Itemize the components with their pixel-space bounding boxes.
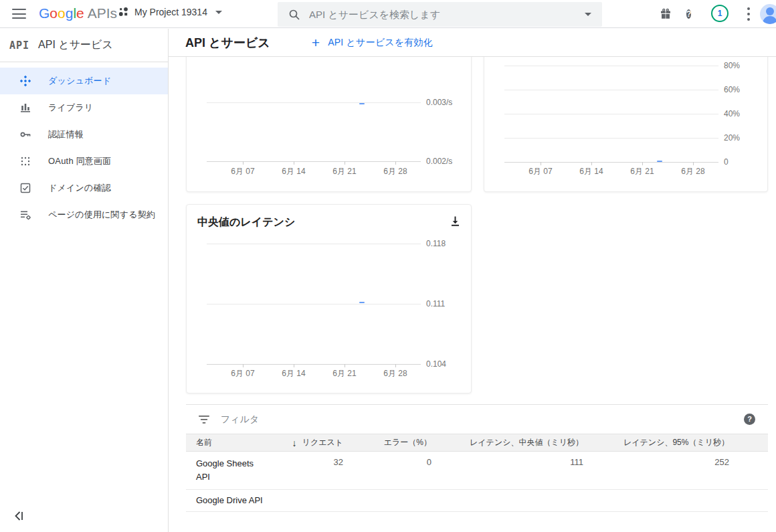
sidebar-title: API とサービス [38,38,113,52]
api-name[interactable]: Google Drive API [186,490,273,511]
gridline: 0.003/s [207,102,421,103]
api-table-section: フィルタ ? 名前 ↓ リクエスト エラー（%） レイテンシ、中央値（ミリ秒） … [186,404,768,512]
avatar-person-icon [766,7,774,15]
gift-icon[interactable] [660,8,672,22]
project-icon [118,7,129,17]
logo-suffix: APIs [88,5,117,21]
axis-tick [294,161,294,165]
errors-chart-card: 80% 60% 40% 20% 0 6月 07 6月 14 6月 21 6月 [484,57,768,192]
gridline: 60% [504,90,718,90]
logo-letter: g [66,5,74,21]
top-app-bar: Google APIs My Project 19314 [0,0,776,28]
y-axis-tick-label: 0.118 [426,239,446,248]
google-apis-logo[interactable]: Google APIs [39,5,117,21]
logo-letter: o [58,5,66,21]
help-icon[interactable]: ? [686,8,691,20]
sidebar: API API とサービス ダッシュボード ライブラリ 認証情報 OAuth [0,29,169,532]
errors-value [343,490,431,511]
axis-tick [243,161,244,165]
requests-value: 32 [273,452,343,489]
x-axis-tick-label: 6月 21 [332,166,356,177]
download-chart-icon[interactable] [449,215,461,228]
list-gear-icon [19,209,31,221]
oauth-consent-icon [19,155,31,167]
axis-tick [541,162,541,165]
more-options-icon[interactable] [743,7,755,21]
gridline: 80% [504,66,718,66]
x-axis-tick-label: 6月 21 [630,166,654,177]
x-axis-baseline: 0 [504,162,718,163]
column-header-latency-median[interactable]: レイテンシ、中央値（ミリ秒） [431,437,583,448]
sidebar-item-label: ドメインの確認 [48,182,111,194]
table-help-icon[interactable]: ? [744,414,755,425]
account-avatar[interactable] [760,4,776,24]
column-header-latency-95[interactable]: レイテンシ、95%（ミリ秒） [583,437,729,448]
sidebar-item-domain-verification[interactable]: ドメインの確認 [0,175,168,201]
filter-bar[interactable]: フィルタ ? [186,405,768,434]
sidebar-item-label: ページの使用に関する契約 [48,209,155,221]
x-axis-baseline: 0.002/s [207,161,421,162]
y-axis-tick-label: 0 [724,157,729,167]
checkbox-icon [19,182,31,194]
x-axis-tick-label: 6月 07 [231,368,254,379]
project-selector[interactable]: My Project 19314 [118,7,222,17]
chevron-down-icon [215,11,222,14]
search-dropdown-icon[interactable] [585,13,591,16]
sidebar-item-label: 認証情報 [48,128,84,141]
enable-apis-button[interactable]: + API とサービスを有効化 [312,37,433,49]
sidebar-item-oauth-consent[interactable]: OAuth 同意画面 [0,148,168,175]
menu-icon[interactable] [12,9,26,19]
axis-tick [693,162,694,165]
notifications-badge[interactable]: 1 [711,5,729,22]
logo-letter: e [76,5,84,21]
sidebar-header: API API とサービス [0,29,168,62]
sidebar-item-page-usage-agreements[interactable]: ページの使用に関する契約 [0,201,168,228]
data-point-dash [359,103,365,104]
search-bar[interactable] [278,2,602,27]
column-header-name[interactable]: 名前 [186,437,273,448]
y-axis-tick-label: 0.003/s [426,98,452,107]
dashboard-icon [19,75,31,87]
project-name: My Project 19314 [134,7,207,17]
api-product-icon: API [9,39,29,52]
sidebar-item-credentials[interactable]: 認証情報 [0,121,168,148]
sidebar-item-dashboard[interactable]: ダッシュボード [0,68,168,94]
x-axis-tick-label: 6月 28 [383,368,407,379]
collapse-sidebar-icon[interactable] [14,511,24,523]
y-axis-tick-label: 20% [724,133,740,143]
axis-tick [345,161,345,165]
api-name[interactable]: Google Sheets API [186,452,273,489]
column-header-errors[interactable]: エラー（%） [343,437,431,448]
y-axis-tick-label: 0.002/s [426,157,452,166]
sidebar-item-label: OAuth 同意画面 [48,155,111,167]
gridline: 0.111 [207,304,421,304]
table-row[interactable]: Google Sheets API 32 0 111 252 [186,452,768,490]
table-row[interactable]: Google Drive API [186,490,768,512]
search-input[interactable] [300,2,577,27]
library-icon [19,102,31,114]
sidebar-item-label: ダッシュボード [48,75,111,87]
x-axis-tick-label: 6月 28 [681,166,704,177]
axis-tick [243,364,244,367]
filter-icon [198,414,210,426]
column-header-requests[interactable]: ↓ リクエスト [273,437,343,448]
x-axis-tick-label: 6月 07 [231,166,254,177]
plus-icon: + [312,37,320,49]
x-axis-tick-label: 6月 14 [579,166,603,177]
requests-value [273,490,343,511]
data-point-dash [657,161,662,162]
axis-tick [591,162,592,165]
x-axis-tick-label: 6月 28 [383,166,407,177]
axis-tick [395,161,396,165]
axis-tick [345,364,345,367]
y-axis-tick-label: 80% [724,61,740,70]
chart-title: 中央値のレイテンシ [197,215,295,230]
sidebar-item-library[interactable]: ライブラリ [0,94,168,121]
logo-letter: G [39,5,50,21]
gridline: 40% [504,114,718,114]
table-header-row: 名前 ↓ リクエスト エラー（%） レイテンシ、中央値（ミリ秒） レイテンシ、9… [186,434,768,452]
x-axis-tick-label: 6月 14 [282,368,305,379]
y-axis-tick-label: 40% [724,109,740,118]
data-point-dash [359,302,365,303]
main-area: API とサービス + API とサービスを有効化 0.003/s 0.002/… [169,29,776,532]
